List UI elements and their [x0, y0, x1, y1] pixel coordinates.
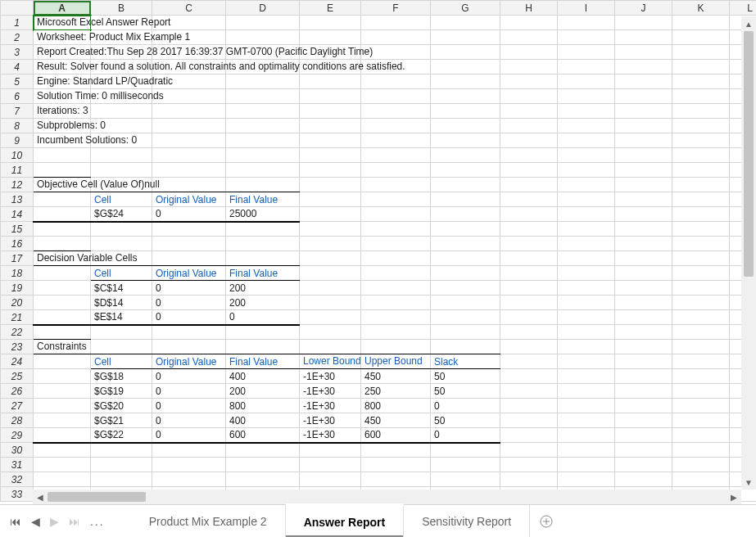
col-header-g[interactable]: G: [431, 1, 500, 16]
row-header[interactable]: 7: [1, 104, 34, 119]
constraints-upper[interactable]: 800: [361, 399, 431, 413]
constraints-lower[interactable]: -1E+30: [300, 369, 361, 384]
col-header-k[interactable]: K: [672, 1, 730, 16]
constraints-lower[interactable]: -1E+30: [300, 428, 361, 443]
row-header[interactable]: 8: [1, 119, 34, 133]
row-header[interactable]: 2: [1, 30, 34, 45]
objective-cell[interactable]: $G$24: [91, 207, 152, 222]
row-header[interactable]: 6: [1, 89, 34, 104]
scroll-thumb[interactable]: [744, 31, 754, 277]
row-header[interactable]: 18: [1, 266, 34, 281]
vertical-scrollbar[interactable]: ▲ ▼: [741, 16, 756, 490]
row-header[interactable]: 12: [1, 178, 34, 192]
decision-orig[interactable]: 0: [152, 296, 226, 310]
decision-orig[interactable]: 0: [152, 310, 226, 325]
next-sheet-icon[interactable]: ▶: [50, 515, 59, 528]
first-sheet-icon[interactable]: ⏮: [10, 515, 21, 528]
constraints-lower[interactable]: -1E+30: [300, 384, 361, 399]
select-all-corner[interactable]: [1, 1, 34, 16]
constraints-header-slack[interactable]: Slack: [431, 354, 500, 369]
row-header[interactable]: 23: [1, 340, 34, 354]
row-header[interactable]: 24: [1, 354, 34, 369]
tab-sensitivity-report[interactable]: Sensitivity Report: [404, 505, 530, 537]
constraints-header-upper[interactable]: Upper Bound: [361, 354, 431, 369]
constraints-orig[interactable]: 0: [152, 413, 226, 428]
col-header-l[interactable]: L: [730, 1, 757, 16]
constraints-slack[interactable]: 50: [431, 384, 500, 399]
row-header[interactable]: 25: [1, 369, 34, 384]
row-header[interactable]: 15: [1, 222, 34, 237]
scroll-up-icon[interactable]: ▲: [742, 16, 755, 31]
objective-final[interactable]: 25000: [226, 207, 300, 222]
constraints-lower[interactable]: -1E+30: [300, 413, 361, 428]
cell[interactable]: Worksheet: Product Mix Example 1: [34, 30, 91, 45]
row-header[interactable]: 28: [1, 413, 34, 428]
constraints-slack[interactable]: 0: [431, 399, 500, 413]
constraints-final[interactable]: 200: [226, 384, 300, 399]
constraints-upper[interactable]: 600: [361, 428, 431, 443]
constraints-header-orig[interactable]: Original Value: [152, 354, 226, 369]
cell[interactable]: Engine: Standard LP/Quadratic: [34, 74, 91, 89]
cell-a1[interactable]: Microsoft Excel Answer Report: [34, 16, 91, 30]
constraints-cell[interactable]: $G$20: [91, 399, 152, 413]
constraints-orig[interactable]: 0: [152, 369, 226, 384]
scroll-thumb[interactable]: [48, 492, 146, 502]
scroll-right-icon[interactable]: ▶: [727, 490, 741, 503]
row-header[interactable]: 32: [1, 472, 34, 487]
constraints-header-lower[interactable]: Lower Bound: [300, 354, 361, 369]
row-header[interactable]: 3: [1, 45, 34, 60]
constraints-cell[interactable]: $G$22: [91, 428, 152, 443]
col-header-e[interactable]: E: [300, 1, 361, 16]
col-header-i[interactable]: I: [558, 1, 615, 16]
row-header[interactable]: 19: [1, 281, 34, 296]
row-header[interactable]: 10: [1, 148, 34, 163]
constraints-orig[interactable]: 0: [152, 428, 226, 443]
more-sheets-icon[interactable]: ...: [90, 515, 105, 528]
constraints-upper[interactable]: 450: [361, 369, 431, 384]
constraints-slack[interactable]: 0: [431, 428, 500, 443]
cell[interactable]: Iterations: 3: [34, 104, 91, 119]
constraints-slack[interactable]: 50: [431, 369, 500, 384]
cell[interactable]: Subproblems: 0: [34, 119, 91, 133]
constraints-header-cell[interactable]: Cell: [91, 354, 152, 369]
tab-answer-report[interactable]: Answer Report: [286, 505, 405, 537]
row-header[interactable]: 1: [1, 16, 34, 30]
objective-header-final[interactable]: Final Value: [226, 192, 300, 207]
scroll-left-icon[interactable]: ◀: [33, 490, 48, 503]
row-header[interactable]: 5: [1, 74, 34, 89]
row-header[interactable]: 13: [1, 192, 34, 207]
row-header[interactable]: 31: [1, 458, 34, 472]
col-header-j[interactable]: J: [615, 1, 672, 16]
row-header[interactable]: 27: [1, 399, 34, 413]
constraints-slack[interactable]: 50: [431, 413, 500, 428]
decision-cell[interactable]: $C$14: [91, 281, 152, 296]
col-header-h[interactable]: H: [500, 1, 558, 16]
objective-orig[interactable]: 0: [152, 207, 226, 222]
row-header[interactable]: 17: [1, 251, 34, 266]
row-header[interactable]: 20: [1, 296, 34, 310]
row-header[interactable]: 4: [1, 60, 34, 74]
row-header[interactable]: 22: [1, 325, 34, 340]
constraints-upper[interactable]: 250: [361, 384, 431, 399]
constraints-header-final[interactable]: Final Value: [226, 354, 300, 369]
row-header[interactable]: 14: [1, 207, 34, 222]
decision-final[interactable]: 0: [226, 310, 300, 325]
col-header-f[interactable]: F: [361, 1, 431, 16]
scroll-down-icon[interactable]: ▼: [742, 475, 755, 490]
row-header[interactable]: 16: [1, 237, 34, 251]
constraints-cell[interactable]: $G$19: [91, 384, 152, 399]
objective-header-cell[interactable]: Cell: [91, 192, 152, 207]
constraints-orig[interactable]: 0: [152, 399, 226, 413]
decision-header-final[interactable]: Final Value: [226, 266, 300, 281]
row-header[interactable]: 9: [1, 133, 34, 148]
row-header[interactable]: 30: [1, 443, 34, 458]
constraints-final[interactable]: 400: [226, 413, 300, 428]
cell[interactable]: Report Created:Thu Sep 28 2017 16:39:37 …: [34, 45, 91, 60]
col-header-c[interactable]: C: [152, 1, 226, 16]
row-header[interactable]: 29: [1, 428, 34, 443]
constraints-cell[interactable]: $G$18: [91, 369, 152, 384]
tab-product-mix-2[interactable]: Product Mix Example 2: [131, 505, 286, 537]
row-header[interactable]: 11: [1, 163, 34, 178]
cell[interactable]: Objective Cell (Value Of)null: [34, 178, 91, 192]
objective-header-orig[interactable]: Original Value: [152, 192, 226, 207]
